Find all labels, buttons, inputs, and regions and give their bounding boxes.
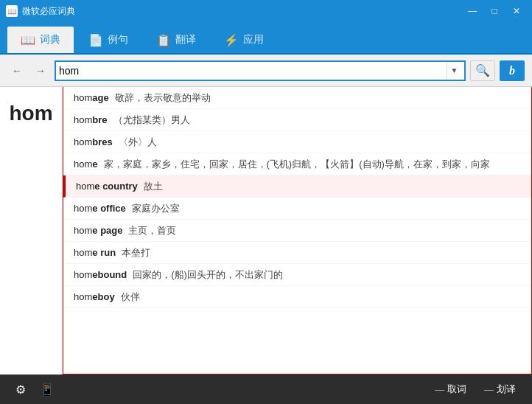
word-panel: hom <box>0 87 63 375</box>
quci-dash: — <box>435 384 444 395</box>
suggestion-suffix-7: e run <box>92 247 116 258</box>
forward-button[interactable]: → <box>31 61 50 80</box>
settings-icon[interactable]: ⚙ <box>10 379 31 400</box>
fanyi-icon: 📋 <box>156 33 171 47</box>
back-button[interactable]: ← <box>7 61 27 80</box>
phone-icon[interactable]: 📱 <box>37 379 57 400</box>
suggestion-def-2: 〈外〉人 <box>119 136 157 149</box>
quci-label: 取词 <box>447 383 466 396</box>
close-button[interactable]: ✕ <box>507 4 526 18</box>
suggestion-prefix-5: hom <box>74 203 92 214</box>
suggestion-home[interactable]: home 家，家庭，家乡，住宅，回家，居住，(飞机)归航，【火箭】(自动)导航，… <box>63 153 531 175</box>
suggestion-def-5: 家庭办公室 <box>132 202 180 215</box>
tab-cidian-label: 词典 <box>40 33 60 46</box>
window-controls: — □ ✕ <box>463 4 526 18</box>
suggestion-home-page[interactable]: home page 主页，首页 <box>63 220 531 242</box>
word-display: hom <box>9 102 52 125</box>
suggestion-suffix-9: eboy <box>92 291 114 302</box>
suggestion-hombre[interactable]: hombre （尤指某类）男人 <box>63 109 531 131</box>
app-icon: 📖 <box>6 5 18 17</box>
suggestion-suffix-3: e <box>92 159 97 170</box>
suggestion-suffix-6: e page <box>92 225 122 236</box>
dropdown-arrow[interactable]: ▼ <box>447 62 461 80</box>
app-title: 微软必应词典 <box>22 5 463 18</box>
suggestion-home-country[interactable]: home country 故土 <box>63 175 531 198</box>
quci-action[interactable]: — 取词 <box>429 381 472 397</box>
suggestion-suffix-0: age <box>92 92 108 103</box>
huayi-action[interactable]: — 划译 <box>478 381 522 397</box>
maximize-button[interactable]: □ <box>485 4 504 18</box>
tab-yingyong-label: 应用 <box>243 33 264 46</box>
search-input[interactable] <box>59 65 447 77</box>
suggestion-prefix-8: hom <box>74 269 92 280</box>
suggestion-prefix-4: hom <box>76 181 94 192</box>
search-button[interactable]: 🔍 <box>470 60 495 81</box>
title-bar: 📖 微软必应词典 — □ ✕ <box>0 0 532 22</box>
suggestion-hombres[interactable]: hombres 〈外〉人 <box>63 131 531 153</box>
suggestion-def-0: 敬辞，表示敬意的举动 <box>115 91 211 105</box>
suggestions-panel: homage 敬辞，表示敬意的举动 hombre （尤指某类）男人 hombre… <box>63 87 532 375</box>
suggestion-prefix-7: hom <box>74 247 92 258</box>
suggestion-prefix-1: hom <box>74 114 92 125</box>
tab-liju[interactable]: 📄 例句 <box>75 27 141 53</box>
suggestion-def-1: （尤指某类）男人 <box>113 114 190 127</box>
suggestion-def-3: 家，家庭，家乡，住宅，回家，居住，(飞机)归航，【火箭】(自动)导航，在家，到家… <box>104 158 490 171</box>
tab-yingyong[interactable]: ⚡ 应用 <box>211 27 277 53</box>
suggestion-prefix-9: hom <box>74 291 92 302</box>
suggestion-prefix-2: hom <box>74 136 92 147</box>
suggestion-suffix-1: bre <box>92 114 107 125</box>
bottom-bar: ⚙ 📱 — 取词 — 划译 <box>0 375 532 404</box>
suggestion-def-8: 回家的，(船)回头开的，不出家门的 <box>133 268 283 282</box>
yingyong-icon: ⚡ <box>224 33 239 47</box>
search-bar: ← → ▼ 🔍 b <box>0 55 532 87</box>
main-content: hom homage 敬辞，表示敬意的举动 hombre （尤指某类）男人 ho… <box>0 87 532 375</box>
search-input-wrap: ▼ <box>55 60 466 81</box>
suggestion-def-7: 本垒打 <box>122 246 150 260</box>
tab-bar: 📖 词典 📄 例句 📋 翻译 ⚡ 应用 <box>0 22 532 55</box>
suggestion-def-9: 伙伴 <box>121 290 140 304</box>
suggestion-homage[interactable]: homage 敬辞，表示敬意的举动 <box>63 87 531 109</box>
suggestion-prefix-0: hom <box>74 92 92 103</box>
tab-cidian[interactable]: 📖 词典 <box>7 27 74 53</box>
suggestion-prefix-3: hom <box>74 159 92 170</box>
minimize-button[interactable]: — <box>463 4 482 18</box>
suggestion-homeboy[interactable]: homeboy 伙伴 <box>63 286 531 308</box>
suggestion-suffix-5: e office <box>92 203 126 214</box>
liju-icon: 📄 <box>88 33 103 47</box>
huayi-label: 划译 <box>497 383 516 396</box>
cidian-icon: 📖 <box>21 33 35 47</box>
suggestion-def-4: 故土 <box>144 180 163 193</box>
tab-liju-label: 例句 <box>108 33 128 46</box>
suggestion-homebound[interactable]: homebound 回家的，(船)回头开的，不出家门的 <box>63 264 531 286</box>
suggestion-prefix-6: hom <box>74 225 92 236</box>
suggestion-def-6: 主页，首页 <box>128 224 176 237</box>
huayi-dash: — <box>484 384 494 395</box>
tab-fanyi-label: 翻译 <box>175 33 196 46</box>
suggestion-suffix-4: e country <box>94 181 138 192</box>
suggestion-suffix-2: bres <box>92 136 112 147</box>
suggestion-home-run[interactable]: home run 本垒打 <box>63 242 531 264</box>
suggestion-suffix-8: ebound <box>92 269 127 280</box>
tab-fanyi[interactable]: 📋 翻译 <box>143 27 209 53</box>
suggestion-home-office[interactable]: home office 家庭办公室 <box>63 198 531 220</box>
bing-button[interactable]: b <box>500 60 525 81</box>
